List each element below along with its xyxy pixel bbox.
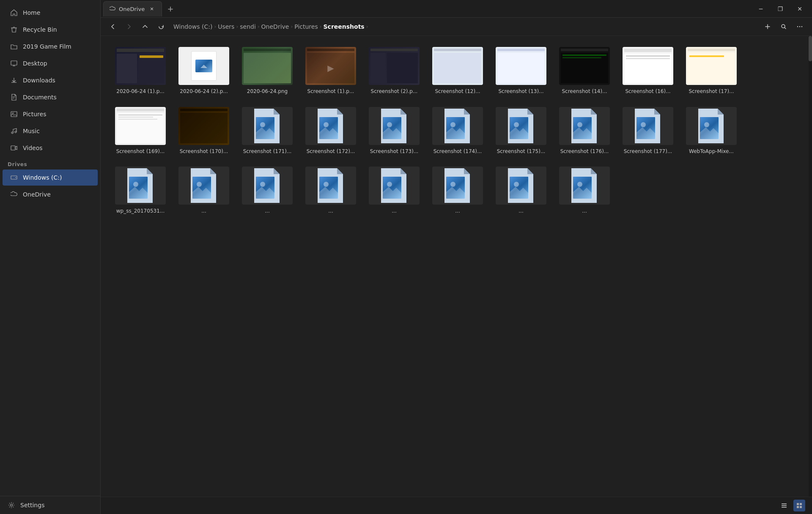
breadcrumb-sep-2: › [258, 24, 260, 30]
file-item[interactable]: ... [555, 162, 614, 218]
refresh-button[interactable] [154, 19, 168, 34]
file-thumbnail: ▶ [305, 47, 356, 85]
sidebar-item-onedrive[interactable]: OneDrive [3, 186, 98, 202]
new-button[interactable] [760, 19, 775, 34]
file-thumbnail [115, 47, 166, 85]
sidebar-item-game-film[interactable]: 2019 Game Film [3, 38, 98, 55]
file-name-label: Screenshot (177)... [624, 148, 672, 155]
file-item[interactable]: Screenshot (13)... [491, 43, 551, 98]
file-item[interactable]: Screenshot (2).p... [365, 43, 424, 98]
file-thumbnail [559, 167, 610, 205]
file-item[interactable]: Screenshot (173)... [365, 103, 424, 159]
file-thumbnail [496, 167, 546, 205]
file-item[interactable]: ... [301, 162, 360, 218]
file-item[interactable]: Screenshot (176)... [555, 103, 614, 159]
file-name-label: Screenshot (171)... [243, 148, 292, 155]
svg-point-10 [797, 26, 798, 27]
close-button[interactable]: ✕ [790, 0, 809, 18]
sidebar-item-label: Recycle Bin [23, 26, 57, 33]
file-item[interactable]: Screenshot (17)... [682, 43, 741, 98]
tab-onedrive[interactable]: OneDrive ✕ [103, 1, 162, 16]
search-button[interactable] [776, 19, 791, 34]
sidebar-item-desktop[interactable]: Desktop [3, 55, 98, 71]
breadcrumb-windows-c[interactable]: Windows (C:) [173, 23, 212, 30]
window-controls: ─ ❐ ✕ [751, 0, 809, 18]
file-item[interactable]: Screenshot (170)... [174, 103, 233, 159]
file-content: 2020-06-24 (1).p... 2020-06-24 (2).p... … [101, 36, 809, 497]
breadcrumb-onedrive[interactable]: OneDrive [261, 23, 289, 30]
folder-icon [10, 43, 18, 50]
file-item[interactable]: ... [174, 162, 233, 218]
file-item[interactable]: Screenshot (14)... [555, 43, 614, 98]
svg-point-60 [577, 182, 582, 187]
sidebar-item-music[interactable]: Music [3, 123, 98, 139]
file-item[interactable]: ... [238, 162, 297, 218]
file-item[interactable]: ... [491, 162, 551, 218]
file-item[interactable]: Screenshot (12)... [428, 43, 487, 98]
file-item[interactable]: ▶ Screenshot (1).p... [301, 43, 360, 98]
scrollbar-thumb[interactable] [809, 36, 812, 61]
file-thumbnail [178, 167, 229, 205]
file-name-label: Screenshot (169)... [116, 148, 165, 155]
svg-point-48 [324, 182, 329, 187]
file-item[interactable]: wp_ss_20170531... [111, 162, 170, 218]
download-icon [10, 77, 18, 84]
back-button[interactable] [106, 19, 120, 34]
file-thumbnail [432, 167, 483, 205]
breadcrumb-users[interactable]: Users [218, 23, 234, 30]
file-item[interactable]: 2020-06-24 (2).p... [174, 43, 233, 98]
gear-icon [8, 501, 15, 509]
file-name-label: ... [265, 208, 269, 215]
sidebar-item-windows-c[interactable]: Windows (C:) [3, 170, 98, 186]
file-item[interactable]: Screenshot (172)... [301, 103, 360, 159]
cloud-tab-icon [110, 6, 115, 12]
file-item[interactable]: ... [428, 162, 487, 218]
file-name-label: Screenshot (170)... [180, 148, 228, 155]
sidebar-item-pictures[interactable]: Pictures [3, 106, 98, 122]
file-item[interactable]: 2020-06-24.png [238, 43, 297, 98]
file-item[interactable]: 2020-06-24 (1).p... [111, 43, 170, 98]
breadcrumb-sendi[interactable]: sendi [240, 23, 256, 30]
file-item[interactable]: WebToApp-Mixe... [682, 103, 741, 159]
maximize-button[interactable]: ❐ [771, 0, 790, 18]
file-item[interactable]: Screenshot (16)... [618, 43, 678, 98]
file-name-label: ... [328, 208, 333, 215]
sidebar-item-documents[interactable]: Documents [3, 89, 98, 105]
add-tab-button[interactable]: + [164, 2, 177, 16]
more-options-button[interactable] [793, 19, 807, 34]
svg-point-12 [801, 26, 802, 27]
sidebar-item-label: Downloads [23, 77, 55, 84]
file-name-label: Screenshot (175)... [497, 148, 546, 155]
music-icon [10, 127, 18, 135]
file-item[interactable]: Screenshot (169)... [111, 103, 170, 159]
forward-button[interactable] [122, 19, 136, 34]
file-item[interactable]: Screenshot (171)... [238, 103, 297, 159]
file-name-label: Screenshot (2).p... [371, 88, 418, 95]
file-thumbnail [305, 167, 356, 205]
file-name-label: ... [455, 208, 460, 215]
svg-rect-67 [800, 506, 802, 508]
file-name-label: Screenshot (17)... [689, 88, 734, 95]
tab-close-button[interactable]: ✕ [148, 5, 156, 13]
file-item[interactable]: Screenshot (177)... [618, 103, 678, 159]
sidebar-item-label: Desktop [23, 60, 47, 67]
file-item[interactable]: ... [365, 162, 424, 218]
svg-point-4 [15, 131, 16, 133]
sidebar-item-videos[interactable]: Videos [3, 140, 98, 156]
breadcrumb-pictures[interactable]: Pictures [294, 23, 318, 30]
sidebar-item-downloads[interactable]: Downloads [3, 72, 98, 88]
minimize-button[interactable]: ─ [751, 0, 771, 18]
scrollbar[interactable] [809, 36, 812, 497]
svg-point-2 [12, 113, 14, 114]
list-view-button[interactable] [778, 500, 790, 511]
svg-point-54 [450, 182, 455, 187]
settings-item[interactable]: Settings [0, 496, 100, 514]
grid-view-button[interactable] [793, 500, 805, 511]
svg-point-42 [197, 182, 202, 187]
sidebar-item-recycle-bin[interactable]: Recycle Bin [3, 22, 98, 38]
file-item[interactable]: Screenshot (174)... [428, 103, 487, 159]
up-button[interactable] [138, 19, 152, 34]
sidebar-item-home[interactable]: Home [3, 5, 98, 21]
file-name-label: WebToApp-Mixe... [689, 148, 734, 155]
file-item[interactable]: Screenshot (175)... [491, 103, 551, 159]
